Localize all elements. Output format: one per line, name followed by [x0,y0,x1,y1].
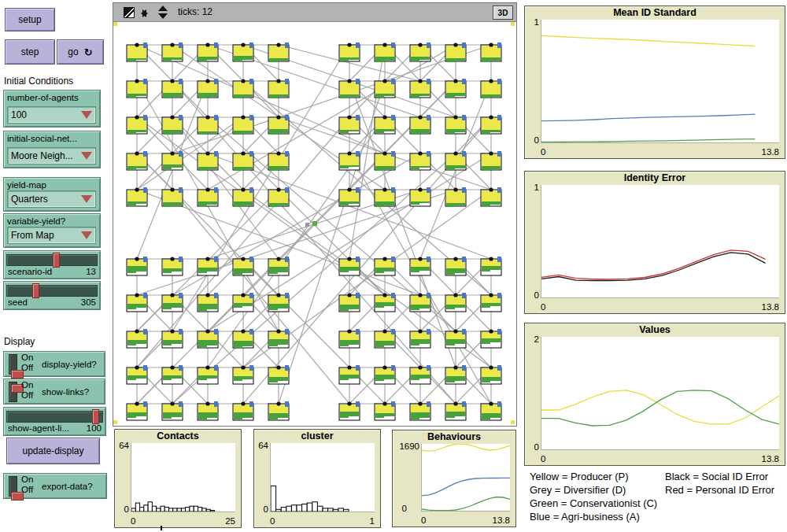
step-button[interactable]: step [5,39,55,65]
plot-area [541,337,779,450]
x-axis-min-label: 0 [541,147,545,157]
y-axis-max-label: 64 [256,441,268,450]
switch-off-label: Off [21,363,33,372]
forever-loop-icon: ↻ [84,46,93,58]
x-axis-max-label: 13.8 [493,515,510,525]
world-view: ticks: 12 3D [113,2,517,427]
setup-button[interactable]: setup [5,8,55,31]
y-axis-min-label: 0 [527,135,539,145]
plot-values: Values 2 0 0 13.8 [524,323,785,466]
slider-handle[interactable] [92,409,99,424]
slider-label: scenario-id [8,267,52,276]
switch-on-label: On [21,475,33,484]
chooser-number-of-agents: number-of-agents 100 [3,90,101,127]
x-axis-min-label: 0 [541,454,545,464]
vertical-arrows-icon [158,6,168,11]
chooser-value-box[interactable]: 100 [7,106,96,124]
switch-off-label: Off [21,390,33,400]
legend-line: Blue = Agri-business (A) [530,510,657,523]
plot-title: Contacts [115,430,241,441]
slider-track[interactable] [6,285,98,297]
plot-area [270,443,375,512]
switch-label: display-yield? [42,352,97,376]
color-legend-left: Yellow = Producer (P) Grey = Diversifier… [530,470,657,523]
dropdown-arrow-icon [81,111,92,119]
plot-area [541,185,779,298]
y-axis-min-label: 0 [394,504,407,513]
chooser-value-box[interactable]: From Map [7,227,96,244]
seed-slider: seed 305 [3,281,101,310]
export-data-switch: On Off export-data? [3,473,107,499]
chooser-label: number-of-agents [7,93,79,102]
go-forever-button[interactable]: go ↻ [57,39,104,65]
plot-area [421,444,510,512]
plot-cluster: cluster 64 0 0 1 [253,429,381,528]
chooser-variable-yield: variable-yield? From Map [3,213,101,248]
plot-title: Behaviours [393,431,515,442]
chooser-value: 100 [11,109,81,120]
display-yield-switch: On Off display-yield? [3,351,105,377]
slider-handle[interactable] [53,253,60,268]
chooser-value-box[interactable]: Quarters [7,190,96,208]
dropdown-arrow-icon [81,231,92,239]
x-axis-min-label: 0 [541,302,545,312]
plot-title: Mean ID Standard [525,7,785,18]
horizontal-arrows-icon [141,9,146,17]
chooser-value: From Map [11,230,81,241]
switch-label: export-data? [42,474,93,498]
world-canvas[interactable] [113,22,515,424]
switch-slot [9,382,17,402]
slider-value: 305 [81,297,96,307]
plot-title: cluster [254,430,380,441]
dropdown-arrow-icon [81,152,92,160]
slider-value: 13 [86,267,96,276]
chooser-value: Quarters [11,194,81,205]
chooser-label: yield-map [7,180,46,190]
x-axis-max-label: 25 [225,516,235,526]
chooser-value-box[interactable]: Moore Neigh... [7,147,96,164]
x-axis-min-label: 0 [270,516,275,526]
dropdown-arrow-icon [81,195,92,203]
update-display-button[interactable]: update-display [6,438,100,464]
plot-contacts: Contacts 64 0 0 25 [114,429,242,528]
x-axis-min-label: 0 [131,516,135,526]
x-axis-max-label: 13.8 [762,454,779,464]
slider-track[interactable] [6,411,103,423]
y-axis-max-label: 64 [116,441,129,450]
world-view-header: ticks: 12 3D [113,3,516,22]
legend-line: Red = Personal ID Error [665,483,774,497]
ticks-counter: ticks: 12 [178,3,212,21]
y-axis-min-label: 0 [116,504,129,514]
slider-label: seed [8,297,28,307]
y-axis-max-label: 1 [527,17,539,27]
x-axis-max-label: 1 [370,516,375,526]
chooser-label: variable-yield? [7,216,65,226]
switch-on-label: On [21,380,33,390]
y-axis-min-label: 0 [527,290,539,300]
update-display-button-label: update-display [22,445,83,456]
plot-title: Identity Error [525,172,785,183]
initial-conditions-header: Initial Conditions [4,76,73,87]
legend-line: Yellow = Producer (P) [530,470,657,483]
y-axis-max-label: 2 [527,334,539,344]
slider-track[interactable] [6,254,98,266]
setup-button-label: setup [18,14,41,25]
agents-and-links-graphic [113,22,515,424]
view-3d-button[interactable]: 3D [493,6,513,20]
plot-behaviours: Behaviours 1690 0 0 13.8 [392,430,516,527]
view-corner-icon [124,7,135,18]
slider-handle[interactable] [32,283,39,298]
x-axis-max-label: 13.8 [762,147,779,157]
legend-line: Green = Conservationist (C) [530,497,657,510]
switch-slot [9,354,17,375]
y-axis-max-label: 1 [527,183,539,192]
switch-slot [9,476,17,497]
y-axis-max-label: 1690 [394,441,419,451]
display-header: Display [4,336,35,347]
legend-line: Black = Social ID Error [665,470,774,483]
plot-mean-id-standard: Mean ID Standard 1 0 0 13.8 [524,6,785,159]
step-button-label: step [21,46,39,57]
plot-area [131,443,235,512]
chooser-label: initial-social-net... [7,134,77,143]
go-button-label: go [68,46,78,57]
